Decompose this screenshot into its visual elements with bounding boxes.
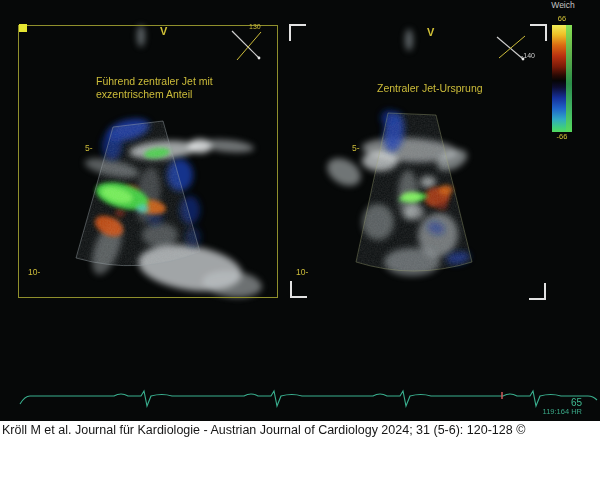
left-depth-marker-5: 5- <box>85 143 93 153</box>
color-scale-max: 66 <box>552 14 572 23</box>
left-annotation-line1: Führend zentraler Jet mit <box>96 75 213 88</box>
right-panel-bracket-top-left <box>289 24 306 41</box>
echo-screen: V V 130 -140 Führend zentraler Jet mit e… <box>0 0 600 479</box>
right-panel-bracket-top-right <box>530 24 547 41</box>
citation-text: Kröll M et al. Journal für Kardiologie -… <box>2 423 525 437</box>
footer-citation-bar: Kröll M et al. Journal für Kardiologie -… <box>0 421 600 479</box>
right-depth-marker-5: 5- <box>352 143 360 153</box>
left-panel-corner-marker <box>19 24 27 32</box>
right-ultrasound-image <box>322 29 480 283</box>
right-depth-marker-10: 10- <box>296 267 308 277</box>
color-scale-variance-strip <box>566 25 572 132</box>
color-map-label: Weich <box>546 0 580 10</box>
left-angle-label: 130 <box>249 23 261 30</box>
right-angle-label: -140 <box>521 52 535 59</box>
right-panel-bracket-bottom-right <box>529 283 546 300</box>
right-annotation: Zentraler Jet-Ursprung <box>377 82 483 95</box>
color-scale-min: -66 <box>548 132 576 141</box>
ecg-trace <box>20 391 597 406</box>
right-panel-bracket-bottom-left <box>290 281 307 298</box>
heart-rate-detail: 119:164 HR <box>516 407 582 416</box>
right-orientation-v-label: V <box>427 26 434 38</box>
color-scale-bar <box>552 25 572 132</box>
left-annotation-line2: exzentrischem Anteil <box>96 88 192 101</box>
left-panel-frame <box>18 25 278 298</box>
left-depth-marker-10: 10- <box>28 267 40 277</box>
left-orientation-v-label: V <box>160 25 167 37</box>
